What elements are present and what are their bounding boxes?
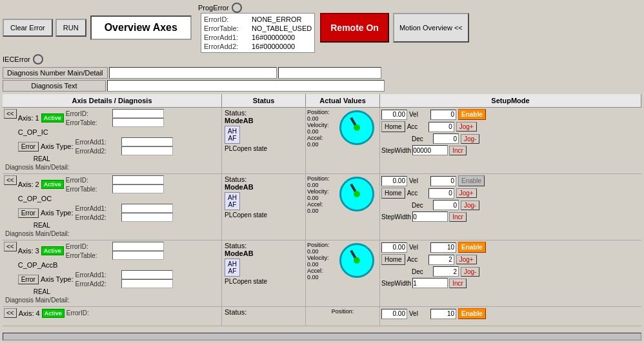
axis-3-top: << Axis: 3 Active ErrorID: ErrorTable: [4, 242, 220, 295]
error-id-value: NONE_ERROR [252, 15, 302, 23]
axis-1-jog-neg-btn[interactable]: Jog- [461, 134, 479, 144]
axis-1-nav-btn[interactable]: << [4, 109, 17, 119]
axis-1-type-row: Error Axis Type: ErrorAdd1: ErrorAdd2: [18, 137, 220, 155]
axis-1-incr-btn[interactable]: Incr [449, 146, 467, 155]
axis-3-type-fields: ErrorAdd1: ErrorAdd2: [75, 270, 173, 288]
axis-3-ahaf: AHAF [225, 259, 240, 277]
axis-1-dec-label: Dec [412, 135, 431, 142]
axis-3-dec-input[interactable] [433, 266, 459, 277]
iec-error-row: IECError [3, 54, 641, 64]
axis-4-top: << Axis: 4 Active ErrorID: [4, 308, 220, 318]
axis-1-erroradd2-label: ErrorAdd2: [75, 148, 120, 155]
axis-3-nav-btn[interactable]: << [4, 242, 17, 251]
axis-2-jog-neg-btn[interactable]: Jog- [461, 201, 479, 210]
axis-3-errortable-value [112, 251, 164, 260]
diag-number-value[interactable] [109, 67, 277, 79]
axis-3-error-btn[interactable]: Error [18, 275, 39, 284]
axis-1-type-label: Axis Type: [41, 142, 74, 150]
axis-1-erroradd2-value [121, 146, 173, 155]
axis-2-nav-btn[interactable]: << [4, 175, 17, 185]
axis-2-pos-input[interactable] [381, 176, 407, 186]
axis-2-errorid-label: ErrorID: [66, 177, 111, 184]
prog-error-label: ProgError [198, 4, 229, 12]
axis-2-type-label: Axis Type: [41, 209, 74, 217]
error-table-label: ErrorTable: [204, 24, 249, 32]
axis-1-vel-input[interactable] [430, 110, 456, 120]
bottom-scrollbar[interactable] [3, 333, 641, 340]
axis-1-pos-input[interactable] [381, 110, 407, 120]
axis-1-dec-input[interactable] [433, 133, 459, 144]
axis-4-pos-input[interactable] [381, 309, 407, 319]
axis-2-stepwidth-input[interactable] [412, 211, 448, 222]
axis-1-subrow: C_OP_IC [18, 128, 220, 136]
axis-3-incr-btn[interactable]: Incr [449, 279, 467, 288]
axis-2-acc-input[interactable] [428, 188, 454, 199]
axis-2-type-row: Error Axis Type: ErrorAdd1: ErrorAdd2: [18, 204, 220, 222]
axis-2-error-btn[interactable]: Error [18, 208, 39, 218]
axis-2-stepwidth-label: StepWidth [381, 213, 411, 220]
axis-1-error-btn[interactable]: Error [18, 142, 39, 152]
error-table-value: NO_TABLE_USED [252, 24, 312, 32]
axis-3-jog-neg-btn[interactable]: Jog- [461, 267, 479, 277]
axis-1-errorid-value [112, 109, 164, 118]
axis-4-enable-btn[interactable]: Enable [458, 308, 486, 319]
axis-1-stepwidth-input[interactable] [412, 145, 448, 155]
axis-1-acc-input[interactable] [428, 122, 454, 132]
axis-2-home-btn[interactable]: Home [381, 188, 405, 199]
axis-3-acc-input[interactable] [428, 255, 454, 265]
axis-2-incr-btn[interactable]: Incr [449, 212, 467, 222]
axis-1-status: Status: ModeAB AHAF PLCopen state [222, 108, 306, 173]
axis-2-vel-input[interactable] [430, 176, 456, 186]
axis-2-mode: ModeAB [225, 183, 254, 191]
axis-3-label: Axis: 3 [18, 247, 39, 255]
axis-3-info: Axis: 3 Active ErrorID: ErrorTable: C_OP… [18, 242, 220, 295]
axis-3-enable-btn[interactable]: Enable [458, 242, 486, 253]
axis-3-acc-label: Acc [407, 256, 427, 263]
axis-3-setup-row2: Home Acc Jog+ [381, 254, 640, 265]
axis-2-acc-label: Acc [407, 190, 427, 197]
axis-4-error-fields: ErrorID: [66, 309, 112, 317]
axis-3-errorid-label: ErrorID: [66, 243, 111, 250]
axis-4-status-label: Status: [225, 308, 247, 316]
header-setup: SetupMode [380, 94, 641, 107]
axis-2-enable-btn[interactable]: Enable [458, 175, 485, 186]
axis-row-1: << Axis: 1 Active ErrorID: ErrorTable: [3, 108, 641, 174]
error-table-row: ErrorTable: NO_TABLE_USED [204, 24, 312, 33]
axis-3-jog-pos-btn[interactable]: Jog+ [456, 255, 477, 264]
axis-2-erroradd1-value [121, 204, 173, 213]
axis-3-name-text: C_OP_AccB [18, 261, 58, 269]
clear-error-button[interactable]: Clear Error [3, 19, 53, 37]
axis-1-name-text: C_OP_IC [18, 128, 48, 136]
axis-3-pos-input[interactable] [381, 242, 407, 253]
axis-4-setup-row1: Vel Enable [381, 308, 640, 319]
axis-4-vel-input[interactable] [430, 309, 456, 319]
axis-2-plcopen: PLCopen state [225, 211, 267, 219]
motion-overview-button[interactable]: Motion Overview << [393, 13, 469, 43]
diag-number-value2[interactable] [278, 67, 381, 79]
axis-3-left: << Axis: 3 Active ErrorID: ErrorTable: [3, 240, 222, 306]
axis-2-dec-input[interactable] [433, 200, 459, 210]
axis-1-type-fields: ErrorAdd1: ErrorAdd2: [75, 137, 173, 155]
run-button[interactable]: RUN [55, 19, 86, 37]
axis-1-home-btn[interactable]: Home [381, 121, 405, 132]
axis-1-erroradd1-label: ErrorAdd1: [75, 139, 120, 146]
axis-2-name-text: C_OP_OC [18, 195, 52, 202]
axis-2-erroradd1-label: ErrorAdd1: [75, 205, 120, 212]
remote-on-button[interactable]: Remote On [320, 13, 389, 43]
axis-2-setup: Vel Enable Home Acc Jog+ Dec Jog [380, 174, 641, 240]
axis-2-diag: Diagnosis Main/Detail: [4, 229, 220, 239]
axis-1-acc-label: Acc [407, 123, 427, 130]
axis-1-setup-row3: Dec Jog- [381, 133, 640, 144]
axis-3-stepwidth-input[interactable] [412, 278, 448, 288]
axis-1-jog-pos-btn[interactable]: Jog+ [456, 122, 477, 132]
axis-row-2: << Axis: 2 Active ErrorID: ErrorTable: [3, 174, 641, 240]
axis-4-left: << Axis: 4 Active ErrorID: [3, 307, 222, 326]
prog-error-indicator [232, 3, 242, 13]
axis-3-home-btn[interactable]: Home [381, 254, 405, 265]
diag-text-value[interactable] [107, 80, 385, 92]
axis-4-nav-btn[interactable]: << [4, 308, 17, 318]
axis-2-jog-pos-btn[interactable]: Jog+ [456, 188, 477, 198]
axis-3-vel-input[interactable] [430, 242, 456, 253]
axis-1-enable-btn[interactable]: Enable [458, 109, 486, 120]
diag-number-row: Diagnosis Number Main/Detail [3, 67, 641, 79]
